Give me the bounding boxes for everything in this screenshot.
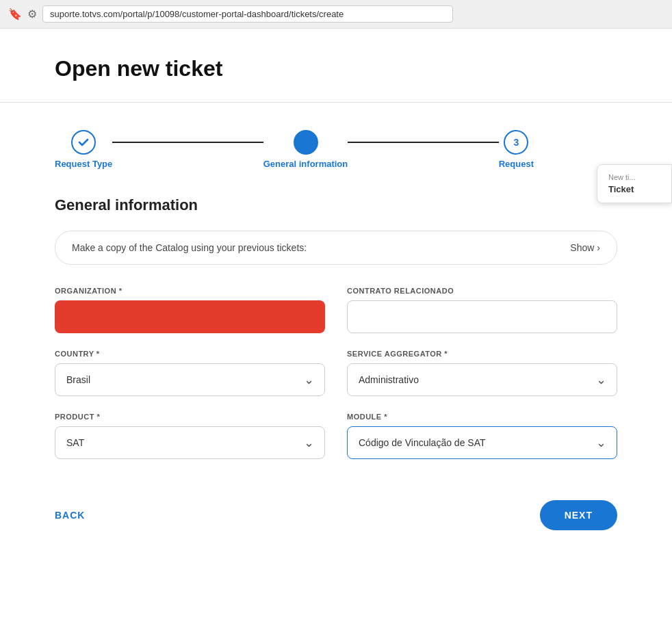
- settings-icon[interactable]: ⚙: [27, 8, 37, 21]
- module-select-wrapper: Código de Vinculação de SAT NF-e NFC-e C…: [347, 426, 617, 459]
- organization-label: ORGANIZATION *: [55, 287, 325, 295]
- product-group: PRODUCT * SAT Protheus Datasul RM Logix …: [55, 413, 325, 459]
- tooltip-value: Ticket: [608, 184, 660, 194]
- organization-group: ORGANIZATION *: [55, 287, 325, 333]
- country-label: COUNTRY *: [55, 350, 325, 358]
- country-select-wrapper: Brasil Argentina Chile Colombia México P…: [55, 363, 325, 396]
- product-label: PRODUCT *: [55, 413, 325, 421]
- step-general-information: General information: [263, 130, 348, 169]
- country-select[interactable]: Brasil Argentina Chile Colombia México P…: [55, 363, 325, 396]
- product-select-wrapper: SAT Protheus Datasul RM Logix ⌄: [55, 426, 325, 459]
- page-content: Request Type General information 3 Reque…: [0, 103, 672, 624]
- module-label: MODULE *: [347, 413, 617, 421]
- product-select[interactable]: SAT Protheus Datasul RM Logix: [55, 426, 325, 459]
- tooltip-label: New ti...: [608, 173, 660, 181]
- step-request: 3 Request: [499, 130, 534, 169]
- contrato-label: CONTRATO RELACIONADO: [347, 287, 617, 295]
- stepper: Request Type General information 3 Reque…: [55, 130, 534, 169]
- action-row: BACK NEXT: [55, 486, 617, 530]
- contrato-group: CONTRATO RELACIONADO: [347, 287, 617, 333]
- form-row-3: PRODUCT * SAT Protheus Datasul RM Logix …: [55, 413, 617, 459]
- step-label-1: Request Type: [55, 159, 112, 169]
- catalog-banner: Make a copy of the Catalog using your pr…: [55, 231, 617, 265]
- module-select[interactable]: Código de Vinculação de SAT NF-e NFC-e C…: [347, 426, 617, 459]
- url-bar[interactable]: suporte.totvs.com/portal/p/10098/custome…: [42, 5, 453, 23]
- catalog-show-button[interactable]: Show ›: [570, 242, 600, 253]
- step-label-3: Request: [499, 159, 534, 169]
- check-icon: [78, 137, 89, 148]
- page-title: Open new ticket: [55, 56, 617, 81]
- service-aggregator-select[interactable]: Administrativo Financeiro RH Fiscal Logí…: [347, 363, 617, 396]
- step-circle-3: 3: [504, 130, 528, 155]
- step-connector-1: [112, 142, 263, 143]
- catalog-show-label: Show: [570, 242, 594, 253]
- step-circle-2: [294, 130, 318, 155]
- bookmark-icon[interactable]: 🔖: [8, 8, 22, 21]
- country-group: COUNTRY * Brasil Argentina Chile Colombi…: [55, 350, 325, 396]
- contrato-input[interactable]: [347, 300, 617, 333]
- tooltip-popup: New ti... Ticket: [597, 164, 672, 203]
- form-row-2: COUNTRY * Brasil Argentina Chile Colombi…: [55, 350, 617, 396]
- step-number-3: 3: [513, 137, 519, 148]
- organization-field[interactable]: [55, 300, 325, 333]
- module-group: MODULE * Código de Vinculação de SAT NF-…: [347, 413, 617, 459]
- step-request-type: Request Type: [55, 130, 112, 169]
- catalog-chevron-icon: ›: [597, 242, 600, 253]
- browser-bar: 🔖 ⚙ suporte.totvs.com/portal/p/10098/cus…: [0, 0, 672, 29]
- section-title: General information: [55, 196, 617, 214]
- step-circle-1: [71, 130, 96, 155]
- service-aggregator-select-wrapper: Administrativo Financeiro RH Fiscal Logí…: [347, 363, 617, 396]
- step-connector-2: [348, 142, 498, 143]
- service-aggregator-group: SERVICE AGGREGATOR * Administrativo Fina…: [347, 350, 617, 396]
- catalog-banner-text: Make a copy of the Catalog using your pr…: [72, 242, 307, 253]
- service-aggregator-label: SERVICE AGGREGATOR *: [347, 350, 617, 358]
- back-button[interactable]: BACK: [55, 510, 85, 521]
- step-label-2: General information: [263, 159, 348, 169]
- next-button[interactable]: NEXT: [540, 500, 617, 530]
- form-row-1: ORGANIZATION * CONTRATO RELACIONADO: [55, 287, 617, 333]
- page-header: Open new ticket: [0, 29, 672, 103]
